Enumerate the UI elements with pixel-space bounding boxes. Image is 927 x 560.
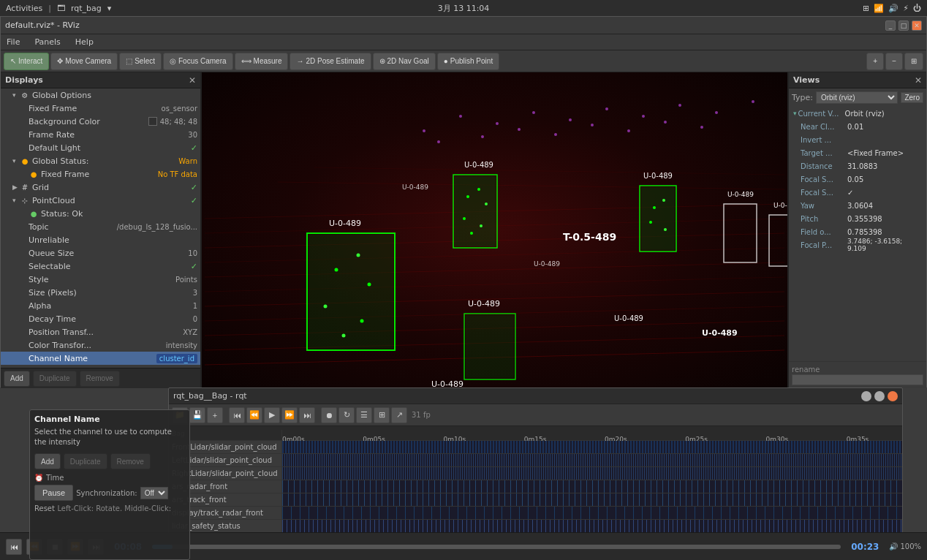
rqt-export-button[interactable]: ↗: [391, 407, 407, 423]
rqt-next-button[interactable]: ⏩: [281, 407, 298, 423]
menu-panels[interactable]: Panels: [31, 37, 63, 47]
toolbar-extra-2[interactable]: −: [885, 53, 903, 70]
toolbar-interact[interactable]: ↖ Interact: [4, 53, 49, 70]
track-row-ars-radar: ars_radar_front: [169, 480, 902, 493]
rename-input[interactable]: [792, 374, 923, 385]
tree-pointcloud[interactable]: ▾ ⊹ PointCloud ✓: [1, 194, 200, 207]
tree-channel-name[interactable]: Channel Name cluster_id: [1, 352, 200, 365]
toolbar-2d-nav[interactable]: ⊛ 2D Nav Goal: [373, 53, 436, 70]
view-distance[interactable]: Distance 31.0883: [792, 159, 923, 173]
rqt-skip-end-button[interactable]: ⏭: [299, 407, 315, 423]
progress-bar[interactable]: [152, 545, 841, 549]
tree-status-ok[interactable]: ● Status: Ok: [1, 207, 200, 220]
tree-queue-size[interactable]: Queue Size 10: [1, 246, 200, 260]
tree-style[interactable]: Style Points: [1, 273, 200, 286]
maximize-button[interactable]: □: [898, 20, 909, 31]
sys-icon-4: ⚡: [903, 4, 909, 13]
rqt-loop-button[interactable]: ↻: [338, 407, 355, 423]
activities-label[interactable]: Activities: [6, 4, 42, 13]
status-warn-icon: ●: [20, 156, 30, 166]
tree-size-pixels[interactable]: Size (Pixels) 3: [1, 286, 200, 299]
rqt-close-button[interactable]: [888, 391, 898, 401]
view-near-clip[interactable]: Near Cl... 0.01: [792, 120, 923, 133]
track-data-ars-radar[interactable]: [282, 480, 902, 493]
view-yaw[interactable]: Yaw 3.0604: [792, 199, 923, 212]
reset-button[interactable]: Reset: [34, 504, 55, 512]
tree-fixed-frame-status[interactable]: ● Fixed Frame No TF data: [1, 167, 200, 181]
duplicate-display-button[interactable]: Duplicate: [33, 371, 77, 387]
rename-label: rename: [792, 366, 820, 374]
app-dropdown-icon[interactable]: ▾: [107, 4, 112, 13]
pause-button[interactable]: Pause: [34, 485, 73, 501]
size-pixels-label: Size (Pixels): [29, 288, 190, 298]
rqt-thumb-button[interactable]: ⊞: [374, 407, 390, 423]
view-focal-point[interactable]: Focal P... 3.7486; -3.6158; 9.109: [792, 238, 923, 251]
rqt-rec-button[interactable]: ⏺: [321, 407, 337, 423]
view-target[interactable]: Target ... <Fixed Frame>: [792, 146, 923, 159]
track-data-display-track[interactable]: [282, 507, 902, 519]
views-type-select[interactable]: Orbit (rviz): [816, 91, 898, 104]
tree-global-options[interactable]: ▾ ⚙ Global Options: [1, 88, 200, 102]
rqt-minimize-button[interactable]: [861, 391, 871, 401]
tree-unreliable[interactable]: Unreliable: [1, 233, 200, 246]
view-focal-s2[interactable]: Focal S... ✓: [792, 186, 923, 199]
rqt-skip-start-button[interactable]: ⏮: [229, 407, 245, 423]
fixed-frame-status-value: No TF data: [158, 170, 197, 178]
minimize-button[interactable]: _: [885, 20, 896, 31]
tree-frame-rate[interactable]: Frame Rate 30: [1, 128, 200, 141]
tree-grid[interactable]: ▶ # Grid ✓: [1, 181, 200, 194]
tooltip-duplicate-button[interactable]: Duplicate: [64, 453, 107, 469]
rqt-play-button[interactable]: ▶: [264, 407, 280, 423]
rqt-list-button[interactable]: ☰: [356, 407, 372, 423]
track-data-front-lidar[interactable]: [282, 441, 902, 453]
track-data-left-lidar[interactable]: [282, 454, 902, 466]
menu-help[interactable]: Help: [72, 37, 97, 47]
track-data-ars-track[interactable]: [282, 493, 902, 506]
toolbar-move-camera[interactable]: ✥ Move Camera: [50, 53, 118, 70]
tree-alpha[interactable]: Alpha 1: [1, 299, 200, 312]
tree-color-transform[interactable]: Color Transfor... intensity: [1, 338, 200, 352]
tree-bg-color[interactable]: Background Color 48; 48; 48: [1, 115, 200, 128]
rqt-maximize-button[interactable]: [874, 391, 885, 401]
toolbar-select[interactable]: ⬚ Select: [119, 53, 162, 70]
view-focal-s1[interactable]: Focal S... 0.05: [792, 173, 923, 186]
menu-file[interactable]: File: [4, 37, 23, 47]
tree-selectable[interactable]: Selectable ✓: [1, 260, 200, 273]
rqt-save-button[interactable]: 💾: [189, 407, 205, 423]
tree-default-light[interactable]: Default Light ✓: [1, 141, 200, 154]
toolbar-publish-point[interactable]: ● Publish Point: [437, 53, 499, 70]
rqt-prev-button[interactable]: ⏪: [246, 407, 262, 423]
toolbar-2d-pose[interactable]: → 2D Pose Estimate: [290, 53, 371, 70]
view-field-of-view[interactable]: Field o... 0.785398: [792, 225, 923, 238]
rqt-add-button[interactable]: +: [207, 407, 223, 423]
views-zero-button[interactable]: Zero: [901, 92, 923, 103]
tooltip-remove-button[interactable]: Remove: [110, 453, 151, 469]
toolbar-measure[interactable]: ⟺ Measure: [235, 53, 289, 70]
track-data-lidar-safety[interactable]: [282, 520, 902, 532]
rqt-controls: [861, 391, 898, 401]
sync-select[interactable]: Off: [140, 487, 168, 499]
style-label: Style: [29, 275, 173, 284]
tree-decay-time[interactable]: Decay Time 0: [1, 312, 200, 325]
toolbar-extra-1[interactable]: +: [866, 53, 884, 70]
tooltip-add-button[interactable]: Add: [34, 453, 61, 469]
toolbar-focus-camera[interactable]: ◎ Focus Camera: [163, 53, 233, 70]
tree-topic[interactable]: Topic /debug_ls_128_fusio...: [1, 220, 200, 233]
tree-position-transform[interactable]: Position Transf... XYZ: [1, 325, 200, 338]
toolbar-extra-3[interactable]: ⊞: [904, 53, 923, 70]
global-options-label: Global Options: [32, 91, 197, 100]
close-button[interactable]: ✕: [912, 20, 922, 31]
view-pitch[interactable]: Pitch 0.355398: [792, 212, 923, 225]
view-pitch-label: Pitch: [801, 215, 844, 223]
skip-start-pb-button[interactable]: ⏮: [6, 539, 22, 555]
3d-viewport[interactable]: U-0-489 U-0-489 U-0-489: [202, 72, 787, 388]
tree-fixed-frame[interactable]: Fixed Frame os_sensor: [1, 102, 200, 115]
view-invert[interactable]: Invert ...: [792, 133, 923, 146]
view-current-v[interactable]: ▾ Current V... Orbit (rviz): [792, 107, 923, 120]
views-close-icon[interactable]: ✕: [915, 75, 922, 86]
remove-display-button[interactable]: Remove: [80, 371, 120, 387]
displays-close-icon[interactable]: ✕: [189, 75, 196, 86]
add-display-button[interactable]: Add: [4, 371, 30, 387]
tree-global-status[interactable]: ▾ ● Global Status: Warn: [1, 154, 200, 167]
track-data-right-lidar[interactable]: [282, 467, 902, 480]
